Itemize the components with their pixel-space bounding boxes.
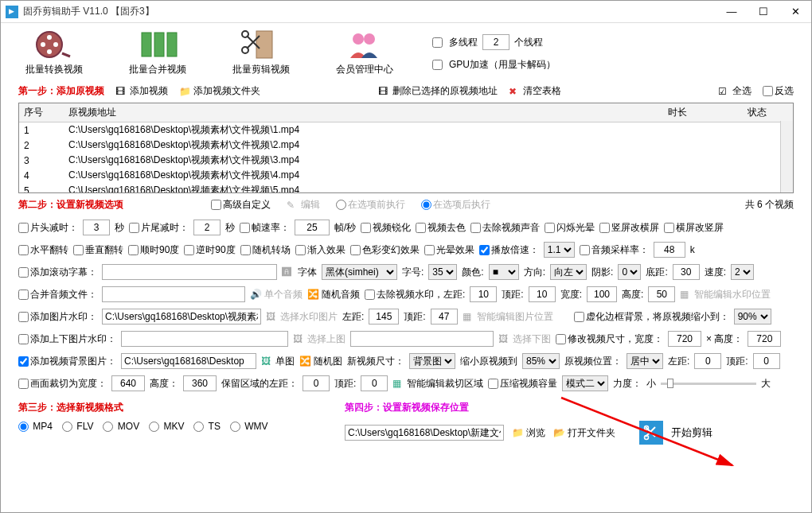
add-wm-cb[interactable]: 添加图片水印： — [18, 310, 97, 324]
cut-head-cb[interactable]: 片头减时： — [18, 221, 78, 235]
crop-cb[interactable]: 画面裁切为宽度： — [18, 377, 107, 391]
rmaudio-cb[interactable]: 去除视频声音 — [470, 221, 540, 235]
cut-tail-cb[interactable]: 片尾减时： — [129, 221, 189, 235]
tool-convert[interactable]: 批量转换视频 — [18, 29, 90, 76]
pos-select[interactable]: 居中 — [627, 353, 663, 369]
wm-w-input[interactable] — [587, 286, 617, 302]
delete-selected-button[interactable]: 🎞删除已选择的原视频地址 — [378, 84, 498, 98]
hflip-cb[interactable]: 水平翻转 — [18, 243, 68, 257]
bg-path-input[interactable] — [121, 353, 256, 369]
resize-cb[interactable]: 修改视频尺寸，宽度： — [556, 332, 663, 346]
merge-audio-cb[interactable]: 合并音频文件： — [18, 288, 97, 301]
format-flv[interactable]: FLV — [62, 421, 93, 432]
blur-select[interactable]: 90% — [734, 309, 771, 325]
fps-cb[interactable]: 帧速率： — [240, 221, 290, 235]
tool-member[interactable]: 会员管理中心 — [329, 29, 400, 76]
format-mp4[interactable]: MP4 — [18, 421, 53, 432]
table-row[interactable]: 5C:\Users\gq168168\Desktop\视频素材\文件视频\5.m… — [19, 183, 793, 193]
scroll-sub-cb[interactable]: 添加滚动字幕： — [18, 266, 97, 279]
format-ts[interactable]: TS — [193, 421, 220, 432]
sel-bot-btn[interactable]: 🖼选择下图 — [498, 332, 551, 346]
size-select[interactable]: 35 — [428, 264, 457, 280]
wm2-t-input[interactable] — [431, 309, 458, 325]
strength-slider[interactable] — [661, 383, 756, 385]
table-row[interactable]: 4C:\Users\gq168168\Desktop\视频素材\文件视频\4.m… — [19, 168, 793, 183]
bg-t-input[interactable] — [753, 353, 780, 369]
start-button-label[interactable]: 开始剪辑 — [671, 426, 712, 440]
add-folder-button[interactable]: 📁添加视频文件夹 — [179, 84, 260, 98]
speed-select[interactable]: 1.1 — [544, 242, 575, 258]
spd-select[interactable]: 2 — [731, 264, 754, 280]
shadow-select[interactable]: 0 — [618, 264, 641, 280]
wm2-l-input[interactable] — [369, 309, 399, 325]
table-scrollbar[interactable] — [780, 121, 793, 192]
newsize-select[interactable]: 背景图 — [409, 353, 455, 369]
cw-input[interactable] — [111, 375, 145, 391]
smart-crop-btn[interactable]: ▦智能编辑裁切区域 — [392, 377, 483, 391]
color-select[interactable]: ■ — [489, 264, 519, 280]
multithread-checkbox[interactable] — [432, 37, 443, 48]
sel-top-btn[interactable]: 🖼选择上图 — [293, 332, 345, 346]
clear-table-button[interactable]: ✖清空表格 — [509, 84, 561, 98]
wm-path-input[interactable] — [102, 309, 261, 325]
open-folder-button[interactable]: 📂打开文件夹 — [553, 426, 615, 440]
gpu-checkbox[interactable] — [432, 60, 443, 70]
video-table[interactable]: 序号 原视频地址 时长 状态 1C:\Users\gq168168\Deskto… — [18, 103, 794, 193]
wm-h-input[interactable] — [648, 286, 675, 302]
sample-input[interactable] — [654, 242, 685, 258]
minimize-button[interactable]: — — [716, 1, 748, 23]
after-radio[interactable]: 在选项后执行 — [421, 198, 490, 212]
before-radio[interactable]: 在选项前执行 — [336, 198, 405, 212]
dir-select[interactable]: 向左 — [550, 264, 587, 280]
sel-wm-btn[interactable]: 🖼选择水印图片 — [266, 310, 338, 324]
rm-wm-cb[interactable]: 去除视频水印，左距: — [365, 288, 465, 301]
audio-path-input[interactable] — [102, 286, 245, 302]
browse-button[interactable]: 📁浏览 — [512, 426, 545, 440]
invert-checkbox[interactable]: 反选 — [763, 84, 794, 98]
format-wmv[interactable]: WMV — [230, 421, 268, 432]
start-button-icon[interactable] — [639, 421, 663, 445]
single-audio-btn[interactable]: 🔊单个音频 — [250, 288, 303, 301]
format-mkv[interactable]: MKV — [149, 421, 184, 432]
cut-tail-input[interactable] — [193, 220, 221, 235]
tool-edit[interactable]: 批量剪辑视频 — [225, 29, 297, 76]
sharpen-cb[interactable]: 视频锐化 — [361, 221, 411, 235]
tb-bot-input[interactable] — [350, 331, 494, 347]
subtitle-input[interactable] — [102, 264, 277, 280]
halo-cb[interactable]: 光晕效果 — [424, 243, 474, 257]
add-bg-cb[interactable]: 添加视频背景图片： — [18, 355, 116, 368]
tool-merge[interactable]: 批量合并视频 — [122, 29, 193, 76]
ch-input[interactable] — [183, 375, 217, 391]
single-img-btn[interactable]: 🖼单图 — [261, 355, 295, 368]
vflip-cb[interactable]: 垂直翻转 — [73, 243, 123, 257]
blur-bg-cb[interactable]: 虚化边框背景，将原视频缩小到： — [574, 310, 729, 324]
maximize-button[interactable]: ☐ — [748, 1, 779, 23]
add-tb-cb[interactable]: 添加上下图片水印： — [18, 332, 116, 346]
thread-count-input[interactable] — [482, 34, 509, 50]
table-row[interactable]: 1C:\Users\gq168168\Desktop\视频素材\文件视频\1.m… — [19, 122, 793, 138]
randtrans-cb[interactable]: 随机转场 — [240, 243, 291, 257]
flash-cb[interactable]: 闪烁光晕 — [545, 221, 595, 235]
colorfx-cb[interactable]: 色彩变幻效果 — [350, 243, 420, 257]
wm-l-input[interactable] — [470, 286, 497, 302]
bg-l-input[interactable] — [694, 353, 721, 369]
rand-audio-btn[interactable]: 🔀随机音频 — [307, 288, 360, 301]
compress-cb[interactable]: 压缩视频容量 — [488, 377, 557, 391]
smart-img-btn[interactable]: ▦智能编辑图片位置 — [463, 310, 553, 324]
cw90-cb[interactable]: 顺时90度 — [128, 243, 179, 257]
font-select[interactable]: 黑体(simhei) — [322, 264, 397, 280]
rand-img-btn[interactable]: 🔀随机图 — [299, 355, 342, 368]
smart-wm-btn[interactable]: ▦智能编辑水印位置 — [680, 288, 771, 301]
gradual-cb[interactable]: 渐入效果 — [295, 243, 345, 257]
fps-input[interactable] — [295, 220, 330, 235]
v2h-cb[interactable]: 竖屏改横屏 — [599, 221, 659, 235]
edit-button[interactable]: ✎编辑 — [287, 198, 320, 212]
advanced-checkbox[interactable]: 高级自定义 — [211, 198, 271, 212]
mode-select[interactable]: 模式二 — [562, 375, 608, 391]
wm-t-input[interactable] — [529, 286, 556, 302]
table-row[interactable]: 2C:\Users\gq168168\Desktop\视频素材\文件视频\2.m… — [19, 138, 793, 153]
rw-input[interactable] — [668, 331, 701, 347]
close-button[interactable]: ✕ — [779, 1, 811, 23]
bottom-input[interactable] — [673, 264, 700, 280]
rh-input[interactable] — [748, 331, 781, 347]
